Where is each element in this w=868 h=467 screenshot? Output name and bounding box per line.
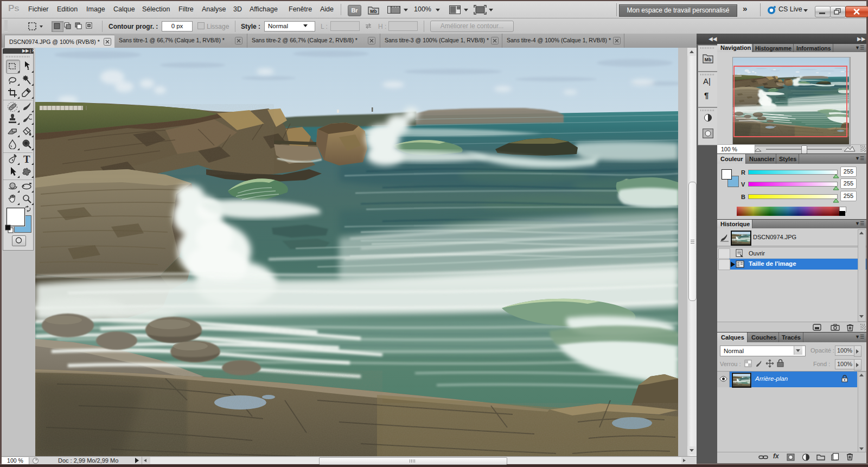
svg-text:Mb: Mb	[370, 9, 376, 14]
svg-text:Mb: Mb	[705, 57, 711, 62]
